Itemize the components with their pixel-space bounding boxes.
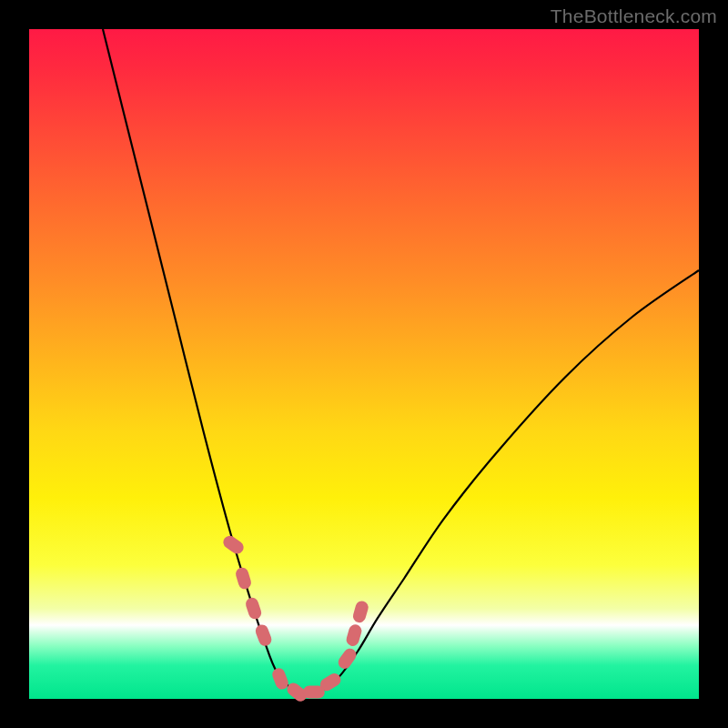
valley-marker	[270, 666, 290, 691]
watermark-text: TheBottleneck.com	[551, 5, 717, 27]
valley-marker	[336, 646, 359, 672]
valley-marker	[351, 600, 369, 624]
curve-layer	[29, 29, 699, 699]
valley-marker	[254, 622, 274, 647]
valley-marker	[345, 623, 363, 648]
valley-marker	[244, 596, 263, 621]
chart-stage: TheBottleneck.com	[0, 0, 728, 728]
valley-markers	[221, 533, 370, 703]
valley-marker	[234, 566, 252, 591]
bottleneck-curve	[103, 29, 699, 694]
valley-marker	[221, 533, 247, 556]
plot-area	[29, 29, 699, 699]
